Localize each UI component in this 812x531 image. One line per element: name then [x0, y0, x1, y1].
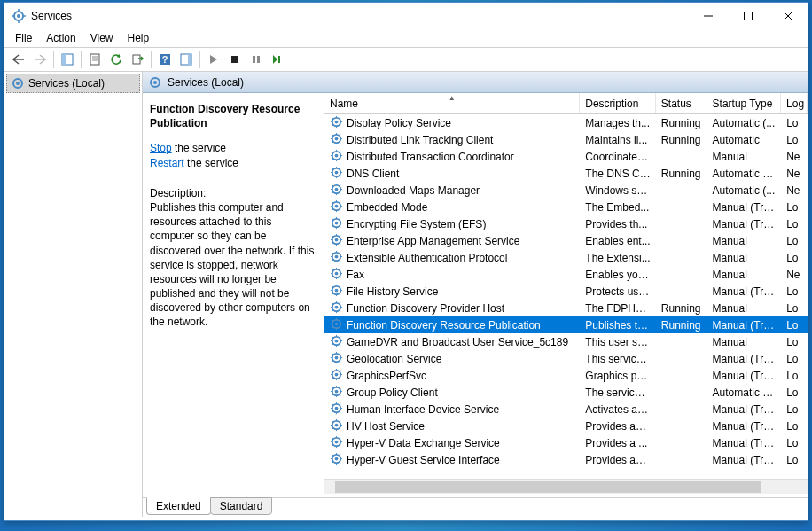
service-row[interactable]: Hyper-V Guest Service InterfaceProvides …	[324, 451, 808, 468]
gear-icon	[330, 267, 343, 283]
svg-line-66	[340, 175, 340, 176]
svg-line-208	[340, 403, 340, 404]
service-status-cell: Running	[656, 302, 707, 315]
gear-icon	[330, 199, 343, 215]
service-row[interactable]: Human Interface Device ServiceActivates …	[324, 401, 808, 418]
service-startup-cell: Manual	[707, 151, 782, 163]
svg-line-37	[332, 124, 333, 125]
svg-line-106	[340, 242, 340, 243]
service-row[interactable]: Extensible Authentication ProtocolThe Ex…	[324, 249, 808, 266]
service-logon-cell: Ne	[781, 151, 808, 163]
svg-point-60	[335, 170, 339, 174]
service-row[interactable]: Encrypting File System (EFS)Provides th.…	[324, 215, 808, 232]
menu-view[interactable]: View	[83, 30, 121, 46]
svg-line-206	[340, 410, 340, 411]
gear-icon	[330, 435, 343, 451]
tab-extended[interactable]: Extended	[146, 497, 211, 515]
service-desc-cell: Graphics pe...	[580, 370, 656, 382]
stop-link[interactable]: Stop	[150, 142, 172, 154]
service-row[interactable]: Downloaded Maps ManagerWindows se...Auto…	[324, 182, 808, 199]
column-header-description[interactable]: Description	[580, 93, 656, 113]
scrollbar-thumb[interactable]	[335, 481, 761, 493]
column-header-logon[interactable]: Log On As	[781, 93, 808, 113]
svg-line-126	[340, 276, 340, 277]
start-service-button[interactable]	[204, 50, 223, 69]
gear-icon	[330, 183, 343, 199]
action-pane-button[interactable]	[176, 50, 196, 69]
pause-service-button[interactable]	[246, 50, 266, 69]
service-row[interactable]: Function Discovery Provider HostThe FDPH…	[324, 300, 808, 316]
svg-point-220	[335, 440, 339, 443]
service-logon-cell: Ne	[781, 184, 808, 197]
service-row[interactable]: Display Policy ServiceManages th...Runni…	[324, 114, 808, 131]
gear-icon	[330, 166, 343, 182]
service-row[interactable]: GameDVR and Broadcast User Service_5c189…	[324, 333, 808, 350]
svg-line-218	[340, 420, 340, 421]
svg-line-177	[332, 360, 333, 361]
right-body: Function Discovery Resource Publication …	[143, 93, 808, 494]
properties-button[interactable]	[85, 50, 105, 69]
service-row[interactable]: Distributed Link Tracking ClientMaintain…	[324, 131, 808, 148]
service-desc-cell: Provides an ...	[580, 420, 656, 433]
horizontal-scrollbar[interactable]	[324, 479, 808, 494]
service-row[interactable]: Enterprise App Management ServiceEnables…	[324, 232, 808, 249]
restart-service-button[interactable]	[268, 50, 287, 69]
menu-file[interactable]: File	[8, 30, 39, 46]
maximize-button[interactable]	[728, 4, 768, 29]
menu-help[interactable]: Help	[121, 30, 157, 46]
svg-line-116	[340, 259, 340, 260]
stop-service-button[interactable]	[225, 50, 245, 69]
service-row[interactable]: Function Discovery Resource PublicationP…	[324, 316, 808, 333]
content-area: Services (Local) Services (Local) Functi…	[4, 72, 808, 517]
restart-link[interactable]: Restart	[150, 157, 184, 169]
service-row[interactable]: Embedded ModeThe Embed...Manual (Trig...…	[324, 199, 808, 215]
svg-line-156	[340, 326, 340, 327]
help-button[interactable]: ?	[155, 50, 175, 69]
service-row[interactable]: Geolocation ServiceThis service ...Manua…	[324, 350, 808, 367]
column-header-name[interactable]: Name ▲	[324, 93, 580, 113]
svg-line-207	[332, 410, 333, 411]
service-startup-cell: Manual (Trig...	[707, 353, 782, 365]
column-header-status[interactable]: Status	[656, 93, 707, 113]
service-row[interactable]: Distributed Transaction CoordinatorCoord…	[324, 148, 808, 165]
service-startup-cell: Manual	[707, 235, 782, 247]
service-logon-cell: Lo	[781, 403, 808, 416]
close-button[interactable]	[768, 4, 808, 29]
service-row[interactable]: FaxEnables you...ManualNe	[324, 266, 808, 283]
minimize-button[interactable]	[688, 4, 728, 29]
service-desc-cell: Windows se...	[580, 184, 656, 197]
service-desc-cell: Activates an...	[580, 403, 656, 416]
svg-line-47	[332, 141, 333, 142]
forward-button[interactable]	[30, 50, 50, 69]
tree-item-services-local[interactable]: Services (Local)	[6, 74, 140, 93]
tab-standard[interactable]: Standard	[210, 497, 273, 515]
service-desc-cell: Enables you...	[580, 269, 656, 281]
svg-line-237	[332, 461, 333, 462]
svg-point-150	[335, 322, 339, 325]
svg-line-75	[332, 184, 333, 185]
service-row[interactable]: Group Policy ClientThe service i...Autom…	[324, 384, 808, 401]
service-status-cell: Running	[656, 134, 707, 146]
service-row[interactable]: HV Host ServiceProvides an ...Manual (Tr…	[324, 418, 808, 434]
service-name-cell: GraphicsPerfSvc	[347, 370, 426, 382]
svg-line-195	[332, 387, 333, 387]
refresh-button[interactable]	[106, 50, 126, 69]
show-hide-tree-button[interactable]	[58, 50, 77, 69]
svg-line-136	[340, 293, 340, 293]
svg-line-76	[340, 191, 340, 192]
service-row[interactable]: File History ServiceProtects use...Manua…	[324, 283, 808, 300]
service-row[interactable]: Hyper-V Data Exchange ServiceProvides a …	[324, 434, 808, 451]
svg-line-178	[340, 353, 340, 354]
service-logon-cell: Lo	[781, 336, 808, 348]
svg-line-87	[332, 208, 333, 209]
service-desc-cell: This user ser...	[580, 336, 656, 348]
column-header-startup-type[interactable]: Startup Type	[707, 93, 782, 113]
gear-icon	[330, 149, 343, 165]
export-button[interactable]	[128, 50, 147, 69]
service-row[interactable]: GraphicsPerfSvcGraphics pe...Manual (Tri…	[324, 367, 808, 384]
menu-action[interactable]: Action	[39, 30, 82, 46]
service-row[interactable]: DNS ClientThe DNS Cli...RunningAutomatic…	[324, 165, 808, 182]
service-name-cell: Geolocation Service	[347, 353, 441, 365]
back-button[interactable]	[9, 50, 28, 69]
service-list[interactable]: Display Policy ServiceManages th...Runni…	[324, 114, 808, 479]
